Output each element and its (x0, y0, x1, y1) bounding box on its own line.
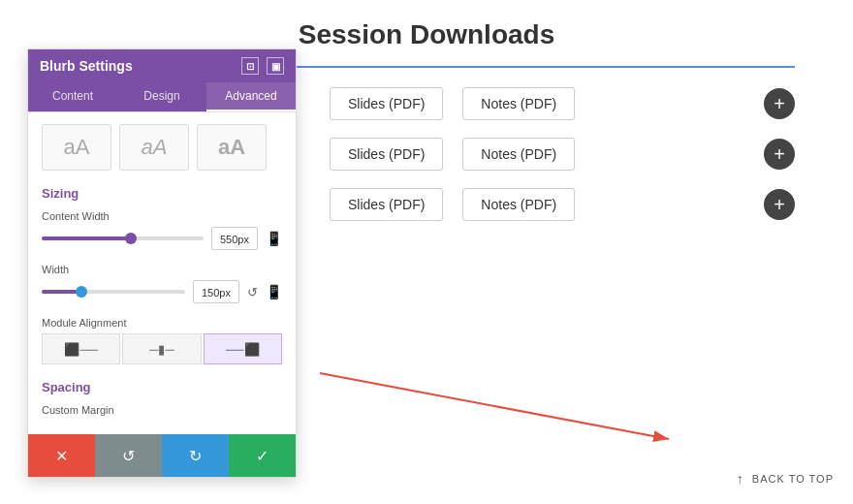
main-content: Session Downloads Slides (PDF) Notes (PD… (0, 0, 853, 504)
sizing-heading: Sizing (42, 186, 282, 201)
width-undo-icon[interactable]: ↺ (247, 285, 258, 299)
width-thumb[interactable] (76, 286, 87, 298)
back-to-top[interactable]: ↑ BACK TO TOP (737, 471, 834, 487)
align-right-button[interactable]: ──​⬛ (204, 333, 282, 364)
cancel-button[interactable]: ✕ (28, 434, 95, 477)
content-width-thumb[interactable] (125, 233, 137, 244)
panel-header: Blurb Settings ⊡ ▣ (28, 49, 296, 82)
back-to-top-label: BACK TO TOP (752, 473, 834, 485)
spacing-heading: Spacing (42, 380, 282, 394)
slides-pdf-button-1[interactable]: Slides (PDF) (330, 87, 443, 120)
tab-content[interactable]: Content (28, 82, 117, 111)
notes-pdf-button-3[interactable]: Notes (PDF) (462, 188, 575, 221)
content-width-row: 550px 📱 (42, 227, 282, 250)
add-button-1[interactable]: + (764, 88, 795, 119)
page-title: Session Downloads (29, 19, 824, 50)
back-to-top-arrow-icon: ↑ (737, 471, 744, 487)
undo-icon: ↺ (122, 447, 135, 465)
content-width-fill (42, 236, 131, 240)
font-preview-italic[interactable]: aA (119, 124, 189, 171)
panel-tabs: Content Design Advanced (28, 82, 296, 112)
font-bold-text: aA (218, 135, 245, 160)
panel-footer: ✕ ↺ ↻ ✓ (28, 434, 296, 477)
save-button[interactable]: ✓ (229, 434, 296, 477)
module-alignment-label: Module Alignment (42, 317, 282, 329)
save-icon: ✓ (256, 447, 269, 465)
add-button-3[interactable]: + (764, 189, 795, 220)
add-button-2[interactable]: + (764, 139, 795, 170)
width-track[interactable] (42, 290, 185, 294)
red-arrow-decoration (291, 354, 698, 451)
content-width-track[interactable] (42, 236, 204, 240)
panel-minimize-icon[interactable]: ⊡ (241, 57, 259, 75)
panel-body: aA aA aA Sizing Content Width 550px � (28, 112, 296, 434)
slides-pdf-button-2[interactable]: Slides (PDF) (330, 138, 443, 171)
width-device-icon: 📱 (266, 284, 282, 299)
content-width-device-icon: 📱 (266, 231, 282, 246)
font-preview-bold[interactable]: aA (197, 124, 267, 171)
content-width-value[interactable]: 550px (211, 227, 258, 250)
panel-title: Blurb Settings (40, 58, 133, 74)
panel-expand-icon[interactable]: ▣ (267, 57, 284, 75)
width-value[interactable]: 150px (193, 280, 239, 303)
undo-button[interactable]: ↺ (95, 434, 162, 477)
font-previews: aA aA aA (42, 124, 282, 171)
width-row: 150px ↺ 📱 (42, 280, 282, 303)
align-center-button[interactable]: ─▮─ (122, 333, 201, 364)
redo-button[interactable]: ↻ (162, 434, 229, 477)
font-normal-text: aA (64, 135, 90, 160)
svg-line-1 (320, 373, 669, 439)
content-width-label: Content Width (42, 210, 282, 222)
cancel-icon: ✕ (55, 447, 68, 465)
blurb-settings-panel: Blurb Settings ⊡ ▣ Content Design Advanc… (27, 48, 297, 478)
align-left-button[interactable]: ⬛​​── (42, 333, 120, 364)
alignment-row: ⬛​​── ─▮─ ──​⬛ (42, 333, 282, 364)
redo-icon: ↻ (189, 447, 202, 465)
custom-margin-label: Custom Margin (42, 404, 282, 416)
slides-pdf-button-3[interactable]: Slides (PDF) (330, 188, 443, 221)
notes-pdf-button-2[interactable]: Notes (PDF) (462, 138, 575, 171)
panel-header-icons: ⊡ ▣ (241, 57, 284, 75)
font-preview-normal[interactable]: aA (42, 124, 111, 171)
font-italic-text: aA (142, 135, 168, 160)
width-label: Width (42, 264, 282, 275)
tab-advanced[interactable]: Advanced (206, 82, 296, 111)
tab-design[interactable]: Design (117, 82, 206, 111)
notes-pdf-button-1[interactable]: Notes (PDF) (462, 87, 575, 120)
